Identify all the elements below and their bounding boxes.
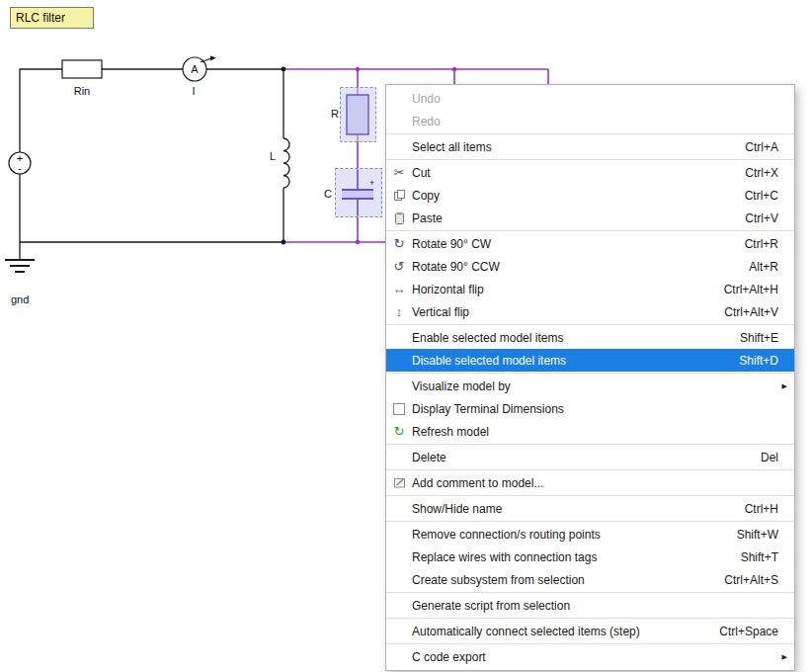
menu-item-label: Rotate 90° CW [412,237,491,251]
inductor-label: L [270,150,276,162]
menu-item-label: Show/Hide name [412,502,502,516]
capacitor-c[interactable]: + C [324,169,381,217]
ammeter[interactable]: A I [183,56,216,98]
vflip-icon: ↕ [386,305,412,318]
menu-item-shortcut: Ctrl+Space [719,625,778,638]
scissors-icon: ✂ [386,166,412,179]
menu-separator [386,230,794,231]
menu-item-show-hide-name[interactable]: Show/Hide nameCtrl+H [386,497,794,520]
menu-item-label: Add comment to model... [412,476,543,490]
menu-separator [386,159,794,160]
voltage-source[interactable]: + - [9,152,31,174]
menu-item-create-subsystem-from-selection[interactable]: Create subsystem from selectionCtrl+Alt+… [386,568,794,591]
menu-item-horizontal-flip[interactable]: ↔Horizontal flipCtrl+Alt+H [386,278,794,300]
ground[interactable]: gnd [5,242,35,305]
menu-item-label: Cut [412,166,431,180]
checkbox-unchecked-icon [386,403,412,415]
resistor-rin[interactable]: Rin [62,60,102,97]
menu-item-label: Generate script from selection [412,599,570,613]
menu-item-select-all-items[interactable]: Select all itemsCtrl+A [386,135,794,158]
menu-item-shortcut: Shift+T [741,550,778,564]
menu-item-label: Paste [412,211,443,225]
menu-item-display-terminal-dimensions[interactable]: Display Terminal Dimensions [386,397,794,420]
menu-item-c-code-export[interactable]: C code export▶ [386,645,794,668]
menu-item-shortcut: Del [761,451,778,464]
resistor-r-label: R [331,108,339,120]
menu-item-cut[interactable]: ✂CutCtrl+X [386,161,794,184]
menu-item-shortcut: Ctrl+Alt+S [724,573,778,587]
comment-icon [386,476,412,489]
menu-item-shortcut: Shift+D [739,354,778,368]
menu-item-label: Refresh model [412,425,489,439]
menu-separator [386,324,794,325]
refresh-icon: ↻ [386,425,412,438]
menu-item-label: Disable selected model items [412,354,566,368]
menu-item-label: Remove connection/s routing points [412,528,601,542]
annotation-note-text: RLC filter [16,11,65,25]
menu-item-label: Create subsystem from selection [412,573,585,587]
menu-item-shortcut: Ctrl+V [745,211,778,225]
menu-separator [386,444,794,445]
menu-item-label: Automatically connect selected items (st… [412,625,640,638]
menu-item-generate-script-from-selection[interactable]: Generate script from selection [386,594,794,617]
voltage-source-minus: - [18,162,22,174]
menu-item-rotate-90-ccw[interactable]: ↺Rotate 90° CCWAlt+R [386,255,794,278]
menu-item-visualize-model-by[interactable]: Visualize model by▶ [386,375,794,397]
menu-separator [386,643,794,644]
menu-item-label: Delete [412,451,446,464]
menu-separator [386,495,794,496]
menu-item-shortcut: Shift+W [737,528,778,542]
copy-icon [386,189,412,202]
annotation-note[interactable]: RLC filter [10,7,94,29]
menu-item-refresh-model[interactable]: ↻Refresh model [386,420,794,443]
rotate-cw-icon: ↻ [386,237,412,250]
inductor-l[interactable]: L [270,69,289,242]
menu-item-shortcut: Alt+R [749,260,778,274]
menu-item-label: Display Terminal Dimensions [412,402,564,416]
menu-item-label: Vertical flip [412,305,469,319]
menu-item-replace-wires-with-connection-tags[interactable]: Replace wires with connection tagsShift+… [386,546,794,568]
menu-item-shortcut: Ctrl+A [745,140,778,154]
hflip-icon: ↔ [386,283,412,295]
menu-separator [386,521,794,522]
wires-black[interactable] [20,69,284,242]
menu-item-label: Redo [412,115,441,128]
paste-icon [386,211,412,224]
menu-item-shortcut: Ctrl+R [745,237,778,251]
menu-separator [386,133,794,134]
menu-item-redo: Redo [386,110,794,132]
menu-item-label: C code export [412,650,486,664]
menu-item-paste[interactable]: PasteCtrl+V [386,207,794,229]
menu-item-label: Replace wires with connection tags [412,550,597,564]
resistor-rin-label: Rin [74,85,91,97]
ammeter-symbol: A [191,63,199,75]
ground-label: gnd [11,294,29,305]
menu-item-add-comment-to-model[interactable]: Add comment to model... [386,471,794,494]
menu-separator [386,592,794,593]
menu-item-shortcut: Ctrl+H [745,502,778,516]
menu-item-rotate-90-cw[interactable]: ↻Rotate 90° CWCtrl+R [386,232,794,255]
menu-item-copy[interactable]: CopyCtrl+C [386,184,794,207]
menu-item-shortcut: Shift+E [740,331,778,345]
ammeter-name-label: I [192,85,195,97]
menu-separator [386,618,794,619]
context-menu: UndoRedoSelect all itemsCtrl+A✂CutCtrl+X… [385,84,795,671]
menu-item-automatically-connect-selected-items-step[interactable]: Automatically connect selected items (st… [386,620,794,642]
submenu-arrow-icon: ▶ [782,653,787,661]
menu-item-remove-connection-s-routing-points[interactable]: Remove connection/s routing pointsShift+… [386,523,794,546]
menu-item-delete[interactable]: DeleteDel [386,446,794,468]
menu-separator [386,373,794,374]
menu-item-enable-selected-model-items[interactable]: Enable selected model itemsShift+E [386,326,794,349]
menu-item-label: Visualize model by [412,379,511,393]
resistor-r[interactable]: R [331,88,375,142]
menu-separator [386,469,794,470]
menu-item-shortcut: Ctrl+X [745,166,778,180]
menu-item-shortcut: Ctrl+Alt+H [724,283,778,296]
rotate-ccw-icon: ↺ [386,260,412,273]
menu-item-label: Copy [412,189,440,203]
menu-item-shortcut: Ctrl+C [745,189,778,203]
menu-item-vertical-flip[interactable]: ↕Vertical flipCtrl+Alt+V [386,300,794,323]
menu-item-disable-selected-model-items[interactable]: Disable selected model itemsShift+D [386,349,794,372]
capacitor-label: C [324,188,332,200]
menu-item-shortcut: Ctrl+Alt+V [724,305,778,319]
